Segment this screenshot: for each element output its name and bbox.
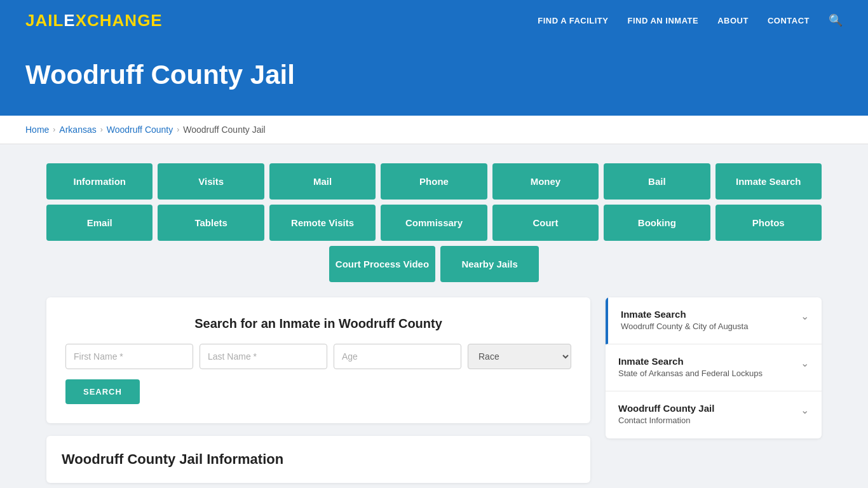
breadcrumb-bar: Home › Arkansas › Woodruff County › Wood…	[0, 116, 868, 144]
sidebar-item-text-2: Inmate Search State of Arkansas and Fede…	[618, 356, 794, 379]
sidebar-item-contact-info[interactable]: Woodruff County Jail Contact Information…	[606, 391, 822, 438]
btn-row-2: Email Tablets Remote Visits Commissary C…	[46, 205, 822, 241]
btn-nearby-jails[interactable]: Nearby Jails	[440, 246, 539, 282]
breadcrumb-sep-3: ›	[177, 125, 179, 134]
info-section-title: Woodruff County Jail Information	[62, 451, 575, 468]
site-logo[interactable]: JAILEXCHANGE	[25, 11, 163, 30]
search-form-row-1: Race White Black Hispanic Asian Other	[65, 344, 571, 369]
search-form-title: Search for an Inmate in Woodruff County	[65, 316, 571, 331]
nav-button-grid: Information Visits Mail Phone Money Bail…	[46, 163, 822, 282]
btn-email[interactable]: Email	[46, 205, 153, 241]
sidebar-item-inmate-search-state[interactable]: Inmate Search State of Arkansas and Fede…	[606, 344, 822, 391]
sidebar: Inmate Search Woodruff County & City of …	[606, 297, 822, 438]
chevron-down-icon-1: ⌄	[801, 310, 809, 322]
btn-commissary[interactable]: Commissary	[381, 205, 487, 241]
breadcrumb-woodruff-county[interactable]: Woodruff County	[107, 125, 173, 135]
sidebar-card: Inmate Search Woodruff County & City of …	[606, 297, 822, 438]
breadcrumb-home[interactable]: Home	[25, 125, 49, 135]
btn-court-process-video[interactable]: Court Process Video	[329, 246, 435, 282]
first-name-input[interactable]	[65, 344, 193, 369]
page-title: Woodruff County Jail	[25, 60, 843, 90]
sidebar-item-title-3: Woodruff County Jail	[618, 403, 794, 414]
nav-about[interactable]: ABOUT	[717, 16, 749, 25]
last-name-input[interactable]	[200, 344, 327, 369]
nav-find-inmate[interactable]: FIND AN INMATE	[627, 16, 698, 25]
nav-find-facility[interactable]: FIND A FACILITY	[538, 16, 608, 25]
sidebar-item-text-1: Inmate Search Woodruff County & City of …	[621, 309, 794, 332]
sidebar-item-sub-2: State of Arkansas and Federal Lockups	[618, 368, 794, 379]
btn-visits[interactable]: Visits	[158, 163, 264, 200]
btn-court[interactable]: Court	[492, 205, 599, 241]
btn-inmate-search[interactable]: Inmate Search	[715, 163, 822, 200]
breadcrumb-arkansas[interactable]: Arkansas	[59, 125, 96, 135]
btn-phone[interactable]: Phone	[381, 163, 487, 200]
inmate-search-form: Search for an Inmate in Woodruff County …	[46, 297, 590, 423]
btn-tablets[interactable]: Tablets	[158, 205, 264, 241]
chevron-down-icon-2: ⌄	[801, 357, 809, 369]
sidebar-item-title-2: Inmate Search	[618, 356, 794, 367]
main-content: Information Visits Mail Phone Money Bail…	[21, 144, 847, 488]
sidebar-item-text-3: Woodruff County Jail Contact Information	[618, 403, 794, 426]
logo-highlight: E	[64, 11, 75, 30]
btn-remote-visits[interactable]: Remote Visits	[269, 205, 376, 241]
sidebar-item-sub-3: Contact Information	[618, 415, 794, 426]
age-input[interactable]	[334, 344, 461, 369]
site-header: JAILEXCHANGE FIND A FACILITY FIND AN INM…	[0, 0, 868, 41]
btn-photos[interactable]: Photos	[715, 205, 822, 241]
btn-row-3: Court Process Video Nearby Jails	[46, 246, 822, 282]
sidebar-item-title-1: Inmate Search	[621, 309, 794, 320]
btn-mail[interactable]: Mail	[269, 163, 376, 200]
info-section: Woodruff County Jail Information	[46, 436, 590, 483]
left-column: Search for an Inmate in Woodruff County …	[46, 297, 590, 483]
nav-contact[interactable]: CONTACT	[768, 16, 810, 25]
sidebar-item-sub-1: Woodruff County & City of Augusta	[621, 321, 794, 332]
hero-section: Woodruff County Jail	[0, 41, 868, 116]
btn-information[interactable]: Information	[46, 163, 153, 200]
btn-booking[interactable]: Booking	[604, 205, 710, 241]
chevron-down-icon-3: ⌄	[801, 404, 809, 416]
btn-row-1: Information Visits Mail Phone Money Bail…	[46, 163, 822, 200]
btn-bail[interactable]: Bail	[604, 163, 710, 200]
main-nav: FIND A FACILITY FIND AN INMATE ABOUT CON…	[538, 13, 843, 27]
bottom-section: Search for an Inmate in Woodruff County …	[46, 297, 822, 483]
breadcrumb-sep-1: ›	[53, 125, 55, 134]
search-button[interactable]: SEARCH	[65, 379, 140, 404]
search-icon-button[interactable]: 🔍	[829, 13, 843, 27]
breadcrumb-current: Woodruff County Jail	[183, 125, 265, 135]
race-select[interactable]: Race White Black Hispanic Asian Other	[468, 344, 571, 369]
breadcrumb: Home › Arkansas › Woodruff County › Wood…	[25, 125, 843, 135]
logo-text-jail: JAIL	[25, 11, 64, 30]
breadcrumb-sep-2: ›	[100, 125, 103, 134]
logo-text-xchange: XCHANGE	[76, 11, 163, 30]
sidebar-item-inmate-search-county[interactable]: Inmate Search Woodruff County & City of …	[606, 297, 822, 344]
btn-money[interactable]: Money	[492, 163, 599, 200]
